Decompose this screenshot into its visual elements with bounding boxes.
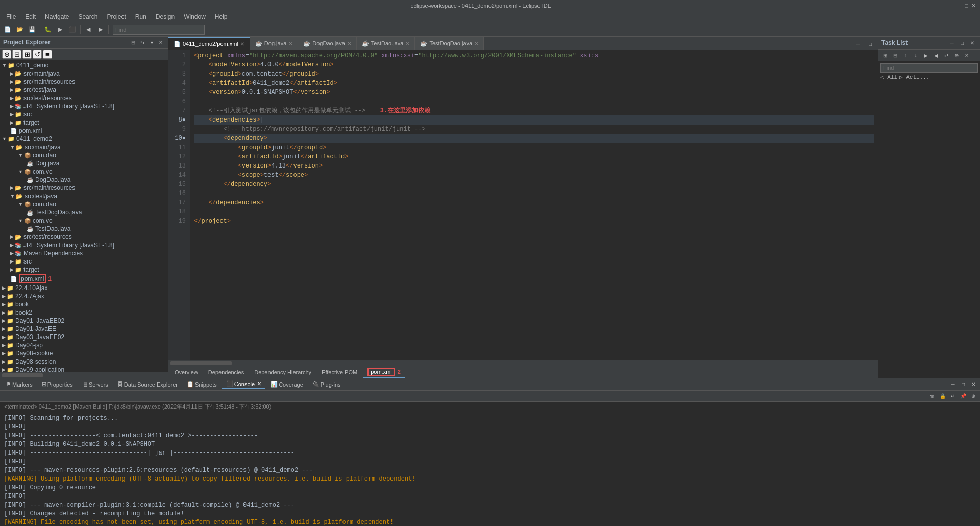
tab-dependency-hierarchy[interactable]: Dependency Hierarchy xyxy=(250,368,315,376)
tree-item-src-test-java-2[interactable]: ▼ 📂 src/test/java xyxy=(0,192,168,200)
maximize-button[interactable]: □ xyxy=(965,3,968,9)
task-maximize-button[interactable]: □ xyxy=(958,38,967,47)
tree-item-src-main-resources-1[interactable]: ▶ 📂 src/main/resources xyxy=(0,78,168,86)
tree-item-com-vo-2[interactable]: ▼ 📦 com.vo xyxy=(0,168,168,176)
tree-item-book[interactable]: ▶ 📁 book xyxy=(0,300,168,308)
active-option[interactable]: ▷ Acti... xyxy=(899,74,929,80)
tree-item-src-1[interactable]: ▶ 📁 src xyxy=(0,110,168,118)
tree-item-testdogdao-java[interactable]: ☕ TestDogDao.java xyxy=(0,208,168,217)
task-btn-3[interactable]: ↑ xyxy=(901,51,910,60)
tree-item-src-test-resources-1[interactable]: ▶ 📂 src/test/resources xyxy=(0,94,168,102)
menu-search[interactable]: Search xyxy=(74,12,102,21)
minimize-button[interactable]: ─ xyxy=(958,3,962,9)
task-btn-9[interactable]: ✕ xyxy=(962,51,971,60)
close-button[interactable]: ✕ xyxy=(971,3,976,9)
task-btn-8[interactable]: ⊕ xyxy=(952,51,961,60)
tree-item-day04-jsp[interactable]: ▶ 📁 Day04-jsp xyxy=(0,341,168,349)
tree-item-book2[interactable]: ▶ 📁 book2 xyxy=(0,308,168,317)
tree-item-testdao-java[interactable]: ☕ TestDao.java xyxy=(0,225,168,233)
menu-run[interactable]: Run xyxy=(131,12,151,21)
tab-close-dog[interactable]: ✕ xyxy=(288,41,292,46)
code-content[interactable]: <project xmlns="http://maven.apache.org/… xyxy=(190,50,878,360)
tab-effective-pom[interactable]: Effective POM xyxy=(317,368,361,376)
tab-close-testdogdao[interactable]: ✕ xyxy=(474,41,478,46)
menu-button[interactable]: ≡ xyxy=(43,50,52,59)
search-input[interactable] xyxy=(113,25,205,35)
tree-item-day03-javaee02[interactable]: ▶ 📁 Day03_JavaEE02 xyxy=(0,333,168,341)
tree-item-pom-2-highlighted[interactable]: 📄 pom.xml 1 xyxy=(0,274,168,284)
debug-button[interactable]: 🐛 xyxy=(42,24,54,35)
tab-dogdao-java[interactable]: ☕ DogDao.java ✕ xyxy=(298,37,357,50)
tab-close-testdao[interactable]: ✕ xyxy=(405,41,409,46)
console-output[interactable]: [INFO] Scanning for projects... [INFO] [… xyxy=(0,412,980,526)
find-input[interactable] xyxy=(880,63,978,73)
tab-dependencies[interactable]: Dependencies xyxy=(204,368,248,376)
explorer-menu-button[interactable]: ▾ xyxy=(148,38,156,46)
tree-item-src-2[interactable]: ▶ 📁 src xyxy=(0,257,168,266)
tree-item-day01-javaee02[interactable]: ▶ 📁 Day01_JavaEE02 xyxy=(0,317,168,325)
tree-item-pom-1[interactable]: 📄 pom.xml xyxy=(0,127,168,135)
forward-button[interactable]: ▶ xyxy=(95,24,106,35)
all-option[interactable]: ◁ All xyxy=(880,74,897,80)
task-close-button[interactable]: ✕ xyxy=(968,38,977,47)
tree-item-src-main-resources-2[interactable]: ▶ 📂 src/main/resources xyxy=(0,184,168,192)
tab-snippets[interactable]: 📋 Snippets xyxy=(183,380,221,389)
console-panel-maximize[interactable]: □ xyxy=(959,380,968,389)
tree-item-0411-demo[interactable]: ▼ 📁 0411_demo xyxy=(0,61,168,69)
tab-console[interactable]: ⬛ Console ✕ xyxy=(222,379,265,389)
tab-testdao-java[interactable]: ☕ TestDao.java ✕ xyxy=(357,37,415,50)
tab-close-pom[interactable]: ✕ xyxy=(240,41,244,47)
tree-item-day08-session[interactable]: ▶ 📁 Day08-session xyxy=(0,357,168,366)
code-scrollbar[interactable] xyxy=(168,360,878,366)
task-btn-1[interactable]: ⊞ xyxy=(880,51,890,60)
console-close-icon[interactable]: ✕ xyxy=(257,381,261,387)
run-button[interactable]: ▶ xyxy=(55,24,66,35)
tree-item-com-dao-2[interactable]: ▼ 📦 com.dao xyxy=(0,151,168,159)
save-button[interactable]: 💾 xyxy=(27,24,38,35)
tab-dog-java[interactable]: ☕ Dog.java ✕ xyxy=(250,37,298,50)
new-item-button[interactable]: ⊕ xyxy=(2,50,11,59)
menu-navigate[interactable]: Navigate xyxy=(41,12,73,21)
tree-item-src-main-java-1[interactable]: ▶ 📂 src/main/java xyxy=(0,69,168,78)
tree-item-com-vo-test[interactable]: ▼ 📦 com.vo xyxy=(0,217,168,225)
tab-markers[interactable]: ⚑ Markers xyxy=(2,380,37,389)
tab-datasource[interactable]: 🗄 Data Source Explorer xyxy=(113,380,182,389)
tree-item-2247ajax[interactable]: ▶ 📁 22.4.7Ajax xyxy=(0,292,168,300)
tree-item-jre-2[interactable]: ▶ 📚 JRE System Library [JavaSE-1.8] xyxy=(0,241,168,249)
new-file-button[interactable]: 📄 xyxy=(2,24,13,35)
open-button[interactable]: 📂 xyxy=(14,24,26,35)
stop-button[interactable]: ⬛ xyxy=(67,24,78,35)
console-panel-minimize[interactable]: ─ xyxy=(948,380,958,389)
tab-servers[interactable]: 🖥 Servers xyxy=(78,380,112,389)
tab-close-dogdao[interactable]: ✕ xyxy=(347,41,351,46)
tab-testdogdao-java[interactable]: ☕ TestDogDao.java ✕ xyxy=(415,37,484,50)
tab-coverage[interactable]: 📊 Coverage xyxy=(266,380,307,389)
tree-item-dogdao-java[interactable]: ☕ DogDao.java xyxy=(0,176,168,184)
task-btn-2[interactable]: ⊟ xyxy=(891,51,900,60)
link-editor-button[interactable]: ⇆ xyxy=(138,38,146,46)
tree-item-day01-javaee[interactable]: ▶ 📁 Day01-JavaEE xyxy=(0,325,168,333)
tab-plugins[interactable]: 🔌 Plug-ins xyxy=(308,380,345,389)
tree-item-maven-deps[interactable]: ▶ 📚 Maven Dependencies xyxy=(0,249,168,257)
menu-window[interactable]: Window xyxy=(180,12,210,21)
menu-file[interactable]: File xyxy=(2,12,20,21)
maximize-editor-button[interactable]: □ xyxy=(865,38,876,50)
tree-item-0411-demo2[interactable]: ▼ 📁 0411_demo2 xyxy=(0,135,168,143)
task-btn-7[interactable]: ⇄ xyxy=(942,51,951,60)
tree-item-target-2[interactable]: ▶ 📁 target xyxy=(0,266,168,274)
scroll-lock-button[interactable]: 🔒 xyxy=(938,392,947,401)
menu-project[interactable]: Project xyxy=(103,12,130,21)
collapse-all-button[interactable]: ⊟ xyxy=(129,38,137,46)
task-btn-5[interactable]: ▶ xyxy=(921,51,930,60)
task-minimize-button[interactable]: ─ xyxy=(947,38,957,47)
task-btn-4[interactable]: ↓ xyxy=(911,51,920,60)
tree-item-com-dao-test[interactable]: ▼ 📦 com.dao xyxy=(0,200,168,208)
tab-overview[interactable]: Overview xyxy=(170,368,202,376)
explorer-scrollbar[interactable] xyxy=(0,372,168,378)
tree-item-target-1[interactable]: ▶ 📁 target xyxy=(0,118,168,127)
clear-console-button[interactable]: 🗑 xyxy=(928,392,937,401)
word-wrap-button[interactable]: ↵ xyxy=(948,392,958,401)
tab-pom-xml[interactable]: 📄 0411_demo2/pom.xml ✕ xyxy=(168,37,250,50)
console-panel-close[interactable]: ✕ xyxy=(969,380,978,389)
console-new-button[interactable]: ⊕ xyxy=(969,392,978,401)
